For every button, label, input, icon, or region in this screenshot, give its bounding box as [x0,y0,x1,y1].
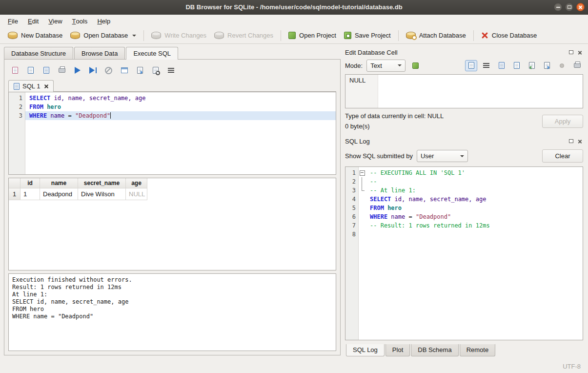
write-changes-icon [151,32,161,39]
undock-panel-icon[interactable] [568,138,574,145]
new-database-label: New Database [21,32,62,39]
token: WHERE [370,213,387,220]
toggle-word-wrap-button[interactable] [164,64,178,77]
tab-execute-sql[interactable]: Execute SQL [126,47,178,60]
toolbar-separator [398,30,399,41]
column-header-secret_name[interactable]: secret_name [78,178,126,188]
sql-log-view[interactable]: 12345678 -- EXECUTING ALL IN 'SQL 1'----… [345,166,583,340]
set-as-null-icon [560,63,564,68]
line-number: 3 [9,111,25,120]
column-header-id[interactable]: id [20,178,40,188]
close-panel-icon[interactable] [577,138,583,145]
print-sql-button[interactable] [55,64,68,77]
bottom-tab-plot[interactable]: Plot [385,344,410,356]
menu-help[interactable]: Help [92,15,115,27]
text-mode-button[interactable] [465,60,477,71]
token: id, name, secret_name, age [395,196,487,203]
execute-current-line-button[interactable] [86,64,100,77]
open-project-button[interactable]: Open Project [284,30,340,41]
menu-tools[interactable]: Tools [67,15,93,27]
open-in-external-button[interactable] [409,60,422,71]
fold-marker[interactable] [359,186,366,195]
window-controls [554,0,585,14]
code-line: SELECT id, name, secret_name, age [25,94,336,103]
code-line: SELECT id, name, secret_name, age [366,195,583,204]
set-as-null-button[interactable] [556,60,568,71]
open-database-button[interactable]: Open Database [66,30,140,41]
column-header-age[interactable]: age [126,178,147,188]
text-cursor [110,112,111,119]
undock-panel-icon[interactable] [568,49,574,56]
line-number: 2 [9,103,25,111]
save-project-button[interactable]: Save Project [340,30,395,41]
column-header-name[interactable]: name [40,178,78,188]
stop-execution-button[interactable] [102,64,115,77]
sql-tab-sql-1[interactable]: SQL 1 [8,80,54,92]
copy-cell-button[interactable] [495,60,507,71]
close-database-button[interactable]: Close Database [477,30,541,41]
encoding-indicator: UTF-8 [563,363,581,370]
line-number: 5 [345,204,358,212]
maximize-button[interactable] [565,3,573,11]
menu-view[interactable]: View [43,15,67,27]
word-wrap-button[interactable] [480,60,492,71]
submitter-select[interactable]: User [417,150,468,162]
tab-database-structure[interactable]: Database Structure [4,47,73,59]
results-corner [9,178,20,188]
token: = [64,112,75,119]
log-body: -- EXECUTING ALL IN 'SQL 1'---- At line … [366,167,583,340]
code-line: -- EXECUTING ALL IN 'SQL 1' [366,168,583,177]
editor-body: SELECT id, name, secret_name, ageFROM he… [25,92,336,174]
save-sql-file-icon [28,67,34,74]
tab-browse-data[interactable]: Browse Data [74,47,125,59]
open-database-dropdown-icon[interactable] [132,35,136,39]
pane-splitter[interactable] [341,44,344,359]
menu-edit[interactable]: Edit [23,15,43,27]
open-sql-file-button[interactable] [8,64,21,77]
print-cell-button[interactable] [571,60,583,71]
close-tab-icon[interactable] [44,84,48,88]
new-database-icon [8,32,18,39]
minimize-icon [556,7,560,8]
mode-label: Mode: [345,62,363,69]
fold-space [359,204,366,212]
line-number: 4 [345,195,358,204]
execute-sql-page: SQL 1 123 SELECT id, name, secret_name, … [4,60,341,355]
fold-marker[interactable] [359,177,366,186]
close-window-button[interactable] [576,3,585,11]
find-replace-button[interactable] [149,64,162,77]
attach-database-button[interactable]: Attach Database [402,30,470,41]
save-as-button[interactable] [510,60,523,71]
cell-editor-body [378,75,583,108]
token: hero [387,205,402,211]
import-data-button[interactable] [526,60,538,71]
save-sql-file-as-button[interactable] [40,64,53,77]
token: FROM [29,104,43,110]
close-panel-icon[interactable] [577,49,583,56]
open-query-in-new-tab-button[interactable] [118,64,131,77]
cell-id[interactable]: 1 [20,188,40,200]
bottom-tab-sql-log[interactable]: SQL Log [346,344,385,356]
sql-editor[interactable]: 123 SELECT id, name, secret_name, ageFRO… [8,92,336,175]
export-results-button[interactable] [133,64,146,77]
float-icon [569,50,573,54]
fold-marker[interactable] [359,168,366,177]
export-data-button[interactable] [541,60,553,71]
execute-all-button[interactable] [71,64,84,77]
minimize-button[interactable] [554,3,562,11]
cell-name[interactable]: Deadpond [40,188,78,200]
new-database-button[interactable]: New Database [4,30,66,41]
mode-select[interactable]: Text [366,60,406,72]
text-mode-icon [468,62,474,69]
code-line: -- Result: 1 rows returned in 12ms [366,221,583,230]
menu-file[interactable]: File [3,15,23,27]
clear-button[interactable]: Clear [542,149,583,163]
message-line: FROM hero [12,306,332,313]
bottom-tab-remote[interactable]: Remote [460,344,496,356]
cell-age[interactable]: NULL [126,188,147,200]
code-line: -- [366,177,583,186]
cell-editor[interactable]: NULL [345,74,583,108]
save-sql-file-button[interactable] [24,64,37,77]
cell-secret_name[interactable]: Dive Wilson [78,188,126,200]
bottom-tab-db-schema[interactable]: DB Schema [411,344,458,356]
